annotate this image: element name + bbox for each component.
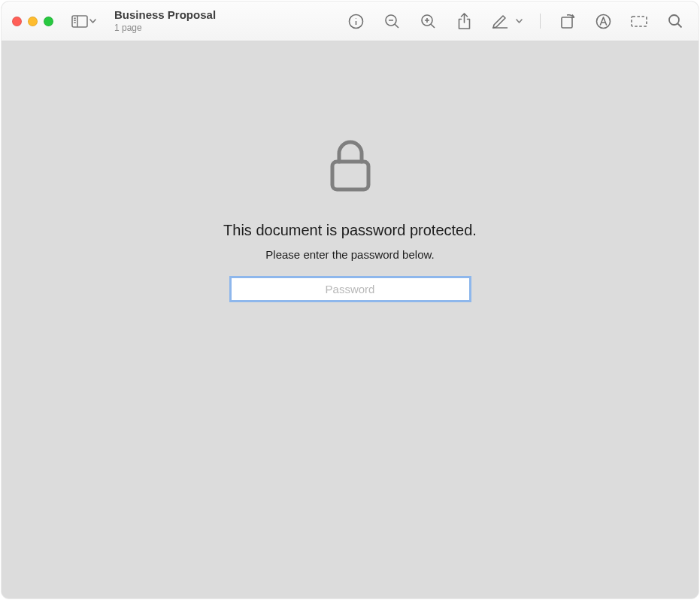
highlight-icon: [492, 14, 508, 29]
svg-line-12: [431, 24, 435, 28]
markup-icon: [595, 14, 611, 29]
svg-rect-23: [332, 162, 368, 189]
content-area: This document is password protected. Ple…: [2, 41, 698, 598]
crop-button[interactable]: [629, 11, 649, 31]
share-icon: [457, 13, 471, 30]
svg-point-21: [669, 15, 679, 25]
lock-icon: [330, 139, 371, 192]
close-window-button[interactable]: [12, 17, 22, 26]
info-icon: [348, 14, 364, 29]
search-button[interactable]: [665, 11, 685, 31]
search-icon: [668, 14, 683, 29]
sidebar-toggle-button[interactable]: [70, 12, 98, 31]
svg-rect-17: [562, 17, 572, 28]
minimize-window-button[interactable]: [28, 17, 38, 26]
rotate-button[interactable]: [557, 11, 577, 31]
crop-icon: [630, 15, 648, 28]
highlight-dropdown-button[interactable]: [516, 19, 523, 23]
toolbar-separator: [540, 14, 541, 29]
zoom-out-button[interactable]: [382, 11, 402, 31]
svg-line-9: [395, 24, 398, 28]
app-window: Business Proposal 1 page: [2, 2, 698, 598]
svg-rect-0: [72, 16, 87, 27]
protected-subheading: Please enter the password below.: [265, 248, 434, 261]
toolbar: [346, 11, 688, 31]
titlebar: Business Proposal 1 page: [2, 2, 698, 41]
svg-rect-20: [632, 17, 647, 26]
chevron-down-icon: [516, 19, 523, 23]
sidebar-icon: [71, 15, 88, 28]
protected-heading: This document is password protected.: [223, 222, 477, 239]
markup-button[interactable]: [593, 11, 613, 31]
svg-point-7: [355, 17, 356, 18]
title-block: Business Proposal 1 page: [114, 9, 340, 33]
highlight-button[interactable]: [490, 11, 510, 31]
zoom-in-button[interactable]: [418, 11, 438, 31]
share-button[interactable]: [454, 11, 474, 31]
fullscreen-window-button[interactable]: [44, 17, 53, 26]
document-title: Business Proposal: [114, 9, 340, 22]
chevron-down-icon: [89, 19, 96, 23]
zoom-out-icon: [384, 14, 400, 29]
document-subtitle: 1 page: [114, 23, 340, 33]
zoom-in-icon: [420, 14, 436, 29]
svg-line-22: [678, 24, 682, 28]
window-controls: [12, 17, 53, 26]
info-button[interactable]: [346, 11, 365, 31]
rotate-icon: [559, 14, 575, 29]
password-input[interactable]: [231, 277, 470, 301]
